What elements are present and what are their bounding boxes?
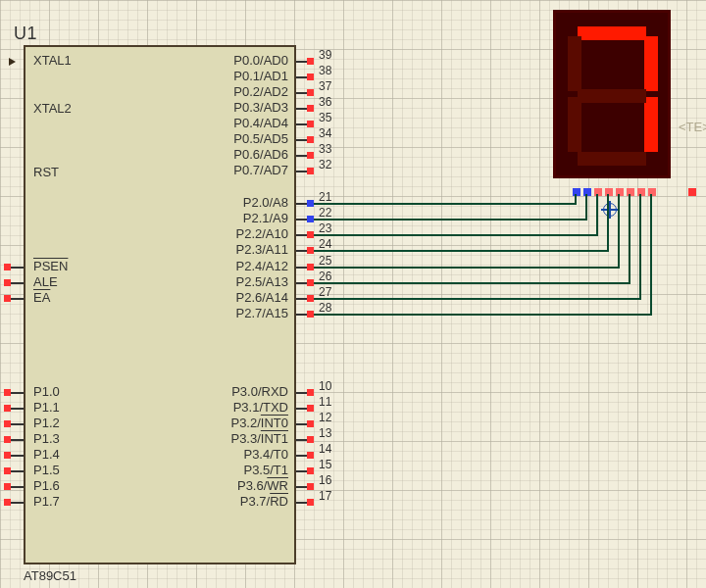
- pin-label-right: P2.7/A15: [236, 306, 289, 321]
- pin-pad[interactable]: [4, 264, 11, 270]
- pin-stub: [296, 423, 307, 425]
- pin-label-right: P3.2/INT0: [230, 416, 288, 431]
- pin-label-right: P2.4/A12: [236, 259, 289, 274]
- pin-pad[interactable]: [307, 168, 314, 174]
- pin-pad[interactable]: [307, 152, 314, 159]
- pin-pad[interactable]: [307, 74, 314, 80]
- pin-pad[interactable]: [307, 200, 314, 207]
- pin-pad[interactable]: [307, 295, 314, 302]
- pin-pad[interactable]: [4, 389, 11, 396]
- pin-pad[interactable]: [307, 105, 314, 112]
- wire[interactable]: [314, 282, 630, 284]
- pin-pad[interactable]: [307, 389, 314, 396]
- pin-pad[interactable]: [307, 216, 314, 222]
- pin-stub: [11, 408, 24, 410]
- pin-pad[interactable]: [307, 467, 314, 474]
- wire[interactable]: [585, 194, 587, 220]
- wire[interactable]: [314, 234, 598, 236]
- pin-stub: [296, 455, 307, 457]
- display-text-tag: <TE>: [679, 120, 706, 134]
- pin-pad[interactable]: [4, 452, 11, 459]
- pin-label-right: P2.6/A14: [236, 290, 289, 306]
- pin-pad[interactable]: [307, 405, 314, 412]
- pin-stub: [296, 92, 307, 94]
- wire[interactable]: [575, 194, 577, 205]
- pin-number: 35: [319, 110, 331, 125]
- pin-stub: [296, 439, 307, 441]
- pin-label-left: XTAL1: [33, 53, 72, 69]
- wire[interactable]: [314, 298, 641, 300]
- pin-number: 34: [319, 125, 331, 141]
- pin-pad[interactable]: [4, 295, 11, 302]
- pin-label-right: P0.4/AD4: [233, 116, 288, 131]
- pin-number: 32: [319, 157, 331, 172]
- pin-number: 39: [319, 47, 331, 63]
- pin-stub: [11, 267, 24, 269]
- pin-stub: [296, 502, 307, 504]
- wire[interactable]: [314, 203, 577, 205]
- wire[interactable]: [314, 314, 652, 316]
- pin-stub: [296, 250, 307, 252]
- pin-label-right: P2.2/A10: [236, 226, 289, 242]
- pin-stub: [296, 234, 307, 236]
- pin-pad[interactable]: [307, 452, 314, 459]
- pin-label-right: P0.7/AD7: [233, 163, 288, 178]
- pin-label-right: P2.1/A9: [243, 211, 288, 226]
- pin-pad[interactable]: [307, 121, 314, 127]
- pin-stub: [296, 470, 307, 472]
- pin-number: 10: [319, 378, 331, 394]
- pin-pad[interactable]: [307, 420, 314, 427]
- pin-stub: [11, 502, 24, 504]
- pin-stub: [296, 267, 307, 269]
- pin-pad[interactable]: [307, 136, 314, 143]
- pin-label-left: ALE: [33, 274, 58, 290]
- pin-pad[interactable]: [307, 231, 314, 238]
- wire[interactable]: [607, 194, 609, 252]
- pin-pad[interactable]: [4, 279, 11, 286]
- wire[interactable]: [314, 219, 587, 220]
- pin-number: 12: [319, 410, 331, 425]
- pin-stub: [296, 139, 307, 141]
- pin-pad[interactable]: [307, 89, 314, 96]
- pin-pad[interactable]: [4, 405, 11, 412]
- pin-number: 13: [319, 425, 331, 441]
- component-ref: U1: [14, 24, 37, 44]
- wire[interactable]: [639, 194, 641, 300]
- component-part: AT89C51: [24, 568, 76, 583]
- wire[interactable]: [629, 194, 630, 284]
- pin-pad[interactable]: [4, 467, 11, 474]
- pin-pad[interactable]: [307, 247, 314, 254]
- wire[interactable]: [596, 194, 598, 236]
- wire[interactable]: [314, 267, 620, 269]
- pin-label-right: P0.5/AD5: [233, 131, 288, 147]
- pin-pad[interactable]: [307, 311, 314, 318]
- display-extra-pad[interactable]: [688, 188, 696, 196]
- pin-pad[interactable]: [307, 436, 314, 443]
- pin-number: 36: [319, 94, 331, 110]
- pin-pad[interactable]: [307, 499, 314, 506]
- wire[interactable]: [650, 194, 652, 316]
- pin-label-right: P2.0/A8: [243, 195, 288, 211]
- pin-pad[interactable]: [4, 420, 11, 427]
- pin-pad[interactable]: [307, 483, 314, 490]
- pin-pad[interactable]: [4, 499, 11, 506]
- pin-stub: [11, 282, 24, 284]
- pin-stub: [296, 219, 307, 220]
- pin-pad[interactable]: [307, 279, 314, 286]
- wire[interactable]: [618, 194, 620, 269]
- pin-label-left: P1.3: [33, 431, 60, 447]
- pin-stub: [11, 455, 24, 457]
- wire[interactable]: [314, 250, 609, 252]
- pin-pad[interactable]: [4, 483, 11, 490]
- seven-segment-display[interactable]: [553, 10, 671, 178]
- pin-label-right: P3.7/RD: [240, 494, 288, 510]
- pin-stub: [296, 76, 307, 78]
- pin-stub: [296, 203, 307, 205]
- pin-stub: [296, 108, 307, 110]
- pin-pad[interactable]: [307, 264, 314, 270]
- pin-stub: [296, 61, 307, 63]
- pin-pad[interactable]: [4, 436, 11, 443]
- pin-label-right: P0.6/AD6: [233, 147, 288, 163]
- pin-pad[interactable]: [307, 58, 314, 65]
- pin-label-right: P3.4/T0: [243, 447, 288, 463]
